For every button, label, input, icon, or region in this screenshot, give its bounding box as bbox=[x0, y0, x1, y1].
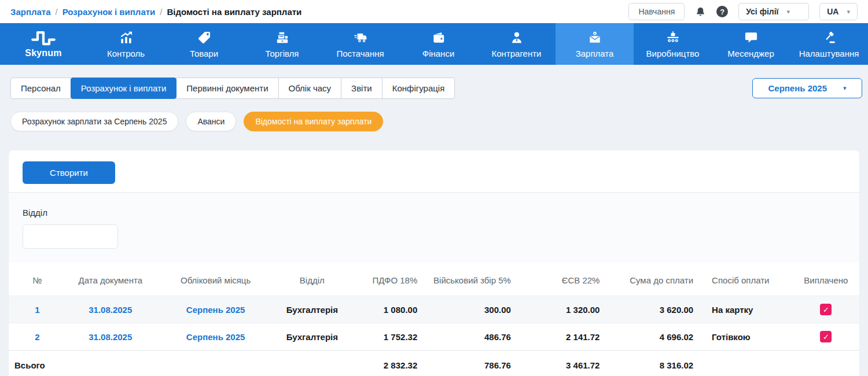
period-select[interactable]: Серпень 2025 ▾ bbox=[752, 78, 862, 98]
section-tabs: Персонал Розрахунок і виплати Первинні д… bbox=[10, 78, 455, 99]
help-button[interactable]: ? bbox=[716, 6, 728, 17]
amount-due-cell: 3 620.00 bbox=[605, 296, 699, 323]
section-tabs-row: Персонал Розрахунок і виплати Первинні д… bbox=[0, 78, 868, 99]
chevron-down-icon: ▾ bbox=[787, 8, 790, 16]
tab-configuration[interactable]: Конфігурація bbox=[382, 78, 455, 99]
nav-item-production[interactable]: Виробництво bbox=[634, 23, 712, 65]
military-tax-cell: 300.00 bbox=[423, 296, 517, 323]
pill-advances[interactable]: Аванси bbox=[186, 112, 236, 131]
main-nav: Skynum Контроль Товари Торгівля bbox=[0, 23, 868, 65]
breadcrumb-separator: / bbox=[160, 7, 162, 17]
tab-calculation-and-payments[interactable]: Розрахунок і виплати bbox=[71, 78, 176, 99]
department-filter-input[interactable] bbox=[23, 224, 118, 249]
paid-checkbox[interactable] bbox=[820, 331, 832, 342]
filter-section: Відділ bbox=[9, 193, 859, 263]
col-header-document-date: Дата документа bbox=[58, 263, 163, 296]
tab-personnel[interactable]: Персонал bbox=[10, 78, 71, 99]
nav-item-label: Контрагенти bbox=[492, 49, 542, 58]
col-header-department: Відділ bbox=[269, 263, 356, 296]
chat-bubble-icon bbox=[744, 30, 759, 45]
brand-logo-skynum[interactable]: Skynum bbox=[0, 23, 87, 65]
delivery-truck-icon bbox=[353, 30, 368, 45]
pill-payout-statements[interactable]: Відомості на виплату зарплати bbox=[244, 112, 383, 131]
nav-item-label: Товари bbox=[190, 49, 218, 58]
nav-item-salary[interactable]: Зарплата bbox=[556, 23, 634, 65]
period-select-value: Серпень 2025 bbox=[768, 83, 827, 93]
create-button[interactable]: Створити bbox=[23, 161, 115, 184]
pdfo-cell: 1 080.00 bbox=[356, 296, 423, 323]
accounting-month-link[interactable]: Серпень 2025 bbox=[163, 296, 269, 323]
document-date-link[interactable]: 31.08.2025 bbox=[58, 323, 163, 351]
col-header-amount-due: Сума до сплати bbox=[605, 263, 699, 296]
nav-item-goods[interactable]: Товари bbox=[165, 23, 243, 65]
factory-icon bbox=[665, 30, 681, 45]
nav-item-control[interactable]: Контроль bbox=[87, 23, 165, 65]
chevron-down-icon: ▾ bbox=[843, 84, 847, 92]
totals-amount-due: 8 316.02 bbox=[605, 351, 699, 376]
nav-item-messenger[interactable]: Месенджер bbox=[712, 23, 790, 65]
tab-time-tracking[interactable]: Облік часу bbox=[278, 78, 342, 99]
subsection-pills: Розрахунок зарплати за Серпень 2025 Аван… bbox=[0, 112, 868, 131]
page-title: Відомості на виплату зарплати bbox=[167, 7, 301, 17]
nav-item-finance[interactable]: Фінанси bbox=[399, 23, 477, 65]
salary-envelope-icon bbox=[587, 30, 602, 45]
pill-salary-calculation[interactable]: Розрахунок зарплати за Серпень 2025 bbox=[10, 112, 178, 131]
nav-item-supply[interactable]: Постачання bbox=[321, 23, 399, 65]
department-cell: Бухгалтерія bbox=[269, 323, 356, 351]
card-actions: Створити bbox=[9, 150, 859, 192]
payment-method-cell: Готівкою bbox=[699, 323, 793, 351]
question-icon: ? bbox=[716, 6, 728, 17]
training-button[interactable]: Навчання bbox=[628, 3, 685, 20]
branch-select[interactable]: Усі філії ▾ bbox=[738, 3, 809, 20]
nav-item-label: Виробництво bbox=[646, 49, 700, 58]
col-header-esv: ЄСВ 22% bbox=[517, 263, 606, 296]
nav-item-label: Постачання bbox=[336, 49, 384, 58]
accounting-month-link[interactable]: Серпень 2025 bbox=[163, 323, 269, 351]
table-row: 1 31.08.2025 Серпень 2025 Бухгалтерія 1 … bbox=[9, 296, 859, 323]
nav-item-trade[interactable]: Торгівля bbox=[243, 23, 321, 65]
totals-label: Всього bbox=[9, 351, 356, 376]
totals-pdfo: 2 832.32 bbox=[356, 351, 423, 376]
payment-method-cell: На картку bbox=[699, 296, 793, 323]
paid-checkbox[interactable] bbox=[820, 304, 832, 315]
esv-cell: 2 141.72 bbox=[517, 323, 606, 351]
notifications-bell-icon[interactable] bbox=[695, 6, 706, 17]
nav-item-settings[interactable]: Налаштування bbox=[790, 23, 868, 65]
col-header-accounting-month: Обліковий місяць bbox=[163, 263, 269, 296]
content-card: Створити Відділ № Дата документа Обліков… bbox=[9, 150, 859, 376]
breadcrumb-link-calculation[interactable]: Розрахунок і виплати bbox=[62, 7, 156, 17]
table-row: 2 31.08.2025 Серпень 2025 Бухгалтерія 1 … bbox=[9, 323, 859, 351]
nav-item-label: Контроль bbox=[107, 49, 145, 58]
col-header-number: № bbox=[9, 263, 58, 296]
nav-item-label: Зарплата bbox=[576, 49, 614, 58]
document-date-link[interactable]: 31.08.2025 bbox=[58, 296, 163, 323]
person-icon bbox=[509, 30, 524, 45]
brand-name: Skynum bbox=[25, 48, 61, 58]
row-number-link[interactable]: 1 bbox=[9, 296, 58, 323]
nav-item-counterparties[interactable]: Контрагенти bbox=[477, 23, 556, 65]
breadcrumb-link-salary[interactable]: Зарплата bbox=[10, 7, 51, 17]
chevron-down-icon: ▾ bbox=[847, 8, 850, 16]
topbar-actions: Навчання ? Усі філії ▾ UA ▾ bbox=[628, 3, 858, 20]
price-tag-icon bbox=[197, 30, 212, 45]
department-cell: Бухгалтерія bbox=[269, 296, 356, 323]
pulse-wave-icon bbox=[30, 30, 57, 47]
military-tax-cell: 486.76 bbox=[423, 323, 517, 351]
col-header-military-tax: Військовий збір 5% bbox=[423, 263, 517, 296]
tab-reports[interactable]: Звіти bbox=[341, 78, 382, 99]
payout-statements-table: № Дата документа Обліковий місяць Відділ… bbox=[9, 263, 859, 376]
wallet-icon bbox=[431, 30, 446, 45]
tab-primary-documents[interactable]: Первинні документи bbox=[176, 78, 278, 99]
department-filter-label: Відділ bbox=[23, 208, 845, 218]
row-number-link[interactable]: 2 bbox=[9, 323, 58, 351]
totals-military-tax: 786.76 bbox=[423, 351, 517, 376]
esv-cell: 1 320.00 bbox=[517, 296, 606, 323]
breadcrumb: Зарплата / Розрахунок і виплати / Відомо… bbox=[10, 7, 301, 17]
chart-growth-icon bbox=[119, 30, 134, 45]
table-header-row: № Дата документа Обліковий місяць Відділ… bbox=[9, 263, 859, 296]
cash-register-icon bbox=[275, 30, 290, 45]
language-select[interactable]: UA ▾ bbox=[819, 3, 858, 20]
nav-item-label: Торгівля bbox=[266, 49, 299, 58]
nav-item-label: Месенджер bbox=[727, 49, 774, 58]
col-header-paid: Виплачено bbox=[793, 263, 859, 296]
